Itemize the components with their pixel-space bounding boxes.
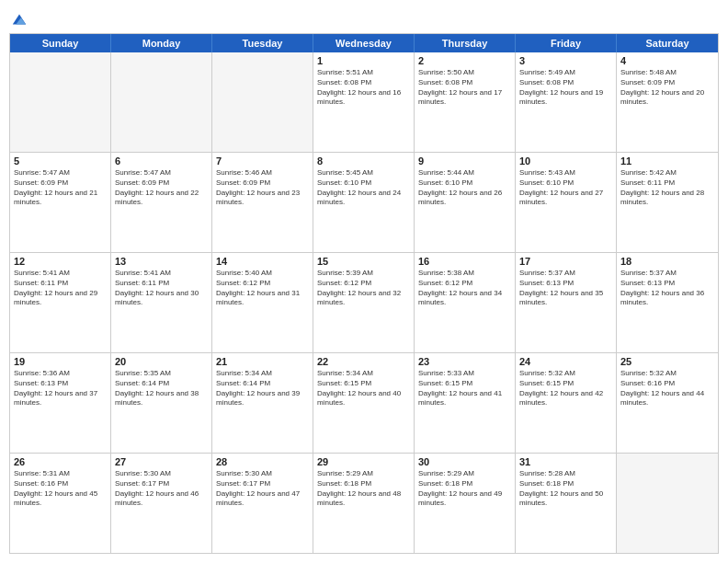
daylight-text: Daylight: 12 hours and 31 minutes. <box>216 289 309 309</box>
day-number: 23 <box>418 356 511 367</box>
sunset-text: Sunset: 6:14 PM <box>216 379 309 389</box>
calendar-cell-empty-4-6 <box>617 454 718 553</box>
day-number: 6 <box>115 155 208 167</box>
sunrise-text: Sunrise: 5:40 AM <box>216 269 309 279</box>
calendar-cell-7: 7Sunrise: 5:46 AMSunset: 6:09 PMDaylight… <box>212 153 313 252</box>
weekday-header-friday: Friday <box>516 34 617 52</box>
sunrise-text: Sunrise: 5:32 AM <box>620 369 714 379</box>
sunrise-text: Sunrise: 5:34 AM <box>216 369 309 379</box>
daylight-text: Daylight: 12 hours and 19 minutes. <box>519 88 612 109</box>
calendar-cell-4: 4Sunrise: 5:48 AMSunset: 6:09 PMDaylight… <box>617 52 718 152</box>
day-number: 22 <box>317 356 410 367</box>
daylight-text: Daylight: 12 hours and 50 minutes. <box>519 489 612 510</box>
sunrise-text: Sunrise: 5:29 AM <box>418 469 511 479</box>
calendar-cell-8: 8Sunrise: 5:45 AMSunset: 6:10 PMDaylight… <box>313 153 415 252</box>
sunset-text: Sunset: 6:18 PM <box>317 479 410 489</box>
day-number: 27 <box>115 456 208 467</box>
sunset-text: Sunset: 6:10 PM <box>317 178 410 189</box>
sunset-text: Sunset: 6:17 PM <box>216 479 309 489</box>
sunrise-text: Sunrise: 5:48 AM <box>620 68 714 78</box>
calendar-cell-empty-0-0 <box>10 52 111 152</box>
weekday-header-sunday: Sunday <box>10 34 111 52</box>
calendar-cell-6: 6Sunrise: 5:47 AMSunset: 6:09 PMDaylight… <box>111 153 212 252</box>
sunrise-text: Sunrise: 5:38 AM <box>418 269 511 279</box>
daylight-text: Daylight: 12 hours and 44 minutes. <box>620 389 714 409</box>
sunrise-text: Sunrise: 5:41 AM <box>115 269 208 279</box>
sunset-text: Sunset: 6:15 PM <box>519 379 612 389</box>
sunrise-text: Sunrise: 5:29 AM <box>317 469 410 479</box>
day-number: 16 <box>418 256 511 267</box>
day-number: 4 <box>620 55 714 66</box>
day-number: 30 <box>418 456 511 467</box>
calendar-cell-15: 15Sunrise: 5:39 AMSunset: 6:12 PMDayligh… <box>313 253 415 352</box>
sunset-text: Sunset: 6:18 PM <box>418 479 511 489</box>
calendar-cell-19: 19Sunrise: 5:36 AMSunset: 6:13 PMDayligh… <box>10 353 111 453</box>
weekday-header-saturday: Saturday <box>617 34 718 52</box>
calendar-cell-empty-0-1 <box>111 52 212 152</box>
logo <box>9 9 28 28</box>
calendar-row-3: 19Sunrise: 5:36 AMSunset: 6:13 PMDayligh… <box>10 352 718 453</box>
calendar-cell-17: 17Sunrise: 5:37 AMSunset: 6:13 PMDayligh… <box>516 253 617 352</box>
sunrise-text: Sunrise: 5:37 AM <box>519 269 612 279</box>
sunset-text: Sunset: 6:09 PM <box>620 78 714 88</box>
sunset-text: Sunset: 6:13 PM <box>620 279 714 289</box>
sunset-text: Sunset: 6:14 PM <box>115 379 208 389</box>
day-number: 24 <box>519 356 612 367</box>
sunrise-text: Sunrise: 5:43 AM <box>519 168 612 178</box>
day-number: 1 <box>317 55 410 66</box>
daylight-text: Daylight: 12 hours and 34 minutes. <box>418 289 511 309</box>
daylight-text: Daylight: 12 hours and 45 minutes. <box>14 489 107 510</box>
daylight-text: Daylight: 12 hours and 27 minutes. <box>519 189 612 209</box>
sunrise-text: Sunrise: 5:33 AM <box>418 369 511 379</box>
sunset-text: Sunset: 6:08 PM <box>317 78 410 88</box>
calendar-cell-22: 22Sunrise: 5:34 AMSunset: 6:15 PMDayligh… <box>313 353 415 453</box>
sunset-text: Sunset: 6:16 PM <box>14 479 107 489</box>
daylight-text: Daylight: 12 hours and 47 minutes. <box>216 489 309 510</box>
sunset-text: Sunset: 6:12 PM <box>317 279 410 289</box>
daylight-text: Daylight: 12 hours and 40 minutes. <box>317 389 410 409</box>
sunset-text: Sunset: 6:10 PM <box>418 178 511 189</box>
calendar-cell-31: 31Sunrise: 5:28 AMSunset: 6:18 PMDayligh… <box>516 454 617 553</box>
daylight-text: Daylight: 12 hours and 41 minutes. <box>418 389 511 409</box>
sunset-text: Sunset: 6:10 PM <box>519 178 612 189</box>
sunset-text: Sunset: 6:11 PM <box>620 178 714 189</box>
sunrise-text: Sunrise: 5:51 AM <box>317 68 410 78</box>
calendar-cell-empty-0-2 <box>212 52 313 152</box>
day-number: 10 <box>519 155 612 167</box>
sunset-text: Sunset: 6:13 PM <box>519 279 612 289</box>
sunrise-text: Sunrise: 5:50 AM <box>418 68 511 78</box>
calendar-cell-13: 13Sunrise: 5:41 AMSunset: 6:11 PMDayligh… <box>111 253 212 352</box>
sunset-text: Sunset: 6:12 PM <box>216 279 309 289</box>
sunset-text: Sunset: 6:11 PM <box>115 279 208 289</box>
calendar-cell-2: 2Sunrise: 5:50 AMSunset: 6:08 PMDaylight… <box>415 52 516 152</box>
daylight-text: Daylight: 12 hours and 16 minutes. <box>317 88 410 109</box>
sunset-text: Sunset: 6:15 PM <box>418 379 511 389</box>
day-number: 12 <box>14 256 107 267</box>
day-number: 13 <box>115 256 208 267</box>
sunset-text: Sunset: 6:17 PM <box>115 479 208 489</box>
day-number: 18 <box>620 256 714 267</box>
calendar-row-4: 26Sunrise: 5:31 AMSunset: 6:16 PMDayligh… <box>10 453 718 553</box>
sunset-text: Sunset: 6:11 PM <box>14 279 107 289</box>
sunrise-text: Sunrise: 5:28 AM <box>519 469 612 479</box>
logo-icon <box>11 11 28 28</box>
daylight-text: Daylight: 12 hours and 49 minutes. <box>418 489 511 510</box>
sunrise-text: Sunrise: 5:32 AM <box>519 369 612 379</box>
sunset-text: Sunset: 6:09 PM <box>115 178 208 189</box>
calendar-row-0: 1Sunrise: 5:51 AMSunset: 6:08 PMDaylight… <box>10 52 718 152</box>
daylight-text: Daylight: 12 hours and 38 minutes. <box>115 389 208 409</box>
daylight-text: Daylight: 12 hours and 32 minutes. <box>317 289 410 309</box>
sunset-text: Sunset: 6:12 PM <box>418 279 511 289</box>
header <box>9 9 719 28</box>
day-number: 31 <box>519 456 612 467</box>
sunset-text: Sunset: 6:18 PM <box>519 479 612 489</box>
calendar-cell-28: 28Sunrise: 5:30 AMSunset: 6:17 PMDayligh… <box>212 454 313 553</box>
weekday-header-tuesday: Tuesday <box>212 34 313 52</box>
sunrise-text: Sunrise: 5:35 AM <box>115 369 208 379</box>
calendar-header: SundayMondayTuesdayWednesdayThursdayFrid… <box>10 34 718 52</box>
calendar-cell-10: 10Sunrise: 5:43 AMSunset: 6:10 PMDayligh… <box>516 153 617 252</box>
day-number: 8 <box>317 155 410 167</box>
calendar-row-1: 5Sunrise: 5:47 AMSunset: 6:09 PMDaylight… <box>10 152 718 252</box>
day-number: 5 <box>14 155 107 167</box>
calendar-cell-5: 5Sunrise: 5:47 AMSunset: 6:09 PMDaylight… <box>10 153 111 252</box>
